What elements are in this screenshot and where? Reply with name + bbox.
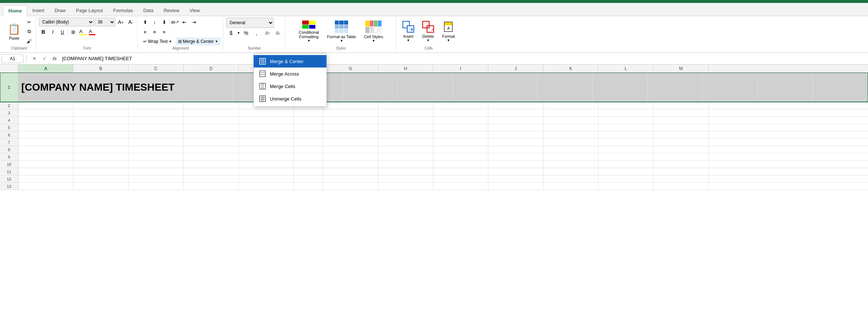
alignment-label: Alignment: [173, 45, 189, 50]
cell-h2[interactable]: [378, 102, 433, 109]
row-num-header-corner: [0, 65, 18, 72]
tab-draw[interactable]: Draw: [50, 5, 71, 16]
col-header-m[interactable]: M: [654, 65, 709, 72]
merge-center-option[interactable]: Merge & Center: [254, 55, 326, 68]
fill-color-button[interactable]: A: [78, 28, 87, 36]
align-middle-button[interactable]: ↕: [150, 18, 159, 26]
currency-button[interactable]: $: [226, 29, 236, 37]
cell-g1[interactable]: [482, 73, 538, 102]
cell-a1[interactable]: [COMPANY NAME] TIMESHEET: [18, 73, 233, 102]
align-right-button[interactable]: ≡: [160, 28, 169, 36]
wrap-text-arrow: ▼: [169, 40, 172, 43]
delete-cell-button[interactable]: - Delete ▼: [419, 19, 437, 44]
delete-label: Delete: [422, 34, 434, 39]
col-header-i[interactable]: I: [433, 65, 488, 72]
cell-d2[interactable]: [184, 102, 239, 109]
comma-button[interactable]: ,: [252, 29, 261, 37]
col-header-l[interactable]: L: [598, 65, 654, 72]
percent-button[interactable]: %: [241, 29, 251, 37]
conditional-formatting-button[interactable]: ConditionalFormatting ▼: [296, 19, 322, 44]
align-center-button[interactable]: ≡: [150, 28, 159, 36]
cell-d1[interactable]: [343, 73, 398, 102]
formula-function-button[interactable]: fx: [50, 54, 59, 63]
table-row: 10: [0, 161, 868, 168]
copy-button[interactable]: ⧉: [25, 27, 33, 36]
align-top-button[interactable]: ⬆: [141, 18, 149, 26]
tab-page-layout[interactable]: Page Layout: [71, 5, 108, 16]
cell-i1[interactable]: [593, 73, 648, 102]
shrink-font-button[interactable]: A-: [126, 18, 135, 26]
row-number-7: 7: [0, 139, 18, 146]
orientation-button[interactable]: ab↗: [170, 18, 179, 26]
table-row: 8: [0, 146, 868, 153]
cell-j1[interactable]: [648, 73, 703, 102]
align-left-button[interactable]: ≡: [141, 28, 149, 36]
cut-button[interactable]: ✂: [25, 18, 33, 26]
unmerge-cells-option[interactable]: Unmerge Cells: [254, 92, 326, 105]
grow-font-button[interactable]: A+: [116, 18, 125, 26]
cell-c2[interactable]: [129, 102, 184, 109]
number-format-select[interactable]: General: [226, 18, 274, 28]
col-header-d[interactable]: D: [184, 65, 239, 72]
cell-e1[interactable]: [398, 73, 453, 102]
insert-cell-button[interactable]: + Insert ▼: [399, 19, 417, 44]
col-header-j[interactable]: J: [488, 65, 543, 72]
tab-formulas[interactable]: Formulas: [108, 5, 138, 16]
merge-center-option-label: Merge & Center: [270, 59, 304, 64]
indent-right-button[interactable]: ⇥: [189, 18, 198, 26]
border-button[interactable]: ⊞: [69, 28, 77, 36]
cell-g2[interactable]: [323, 102, 378, 109]
cell-m2[interactable]: [654, 102, 709, 109]
col-header-k[interactable]: K: [543, 65, 598, 72]
cell-l2[interactable]: [598, 102, 654, 109]
cell-b2[interactable]: [73, 102, 129, 109]
tab-home[interactable]: Home: [3, 5, 27, 16]
cell-reference-box[interactable]: [1, 54, 23, 63]
bold-button[interactable]: B: [39, 28, 48, 36]
format-cell-button[interactable]: A Format ▼: [439, 19, 458, 44]
decimal-less-button[interactable]: .0↓: [273, 29, 283, 37]
merge-across-option[interactable]: Merge Across: [254, 68, 326, 80]
cell-k1[interactable]: [703, 73, 758, 102]
decimal-more-button[interactable]: .0↑: [263, 29, 272, 37]
tab-data[interactable]: Data: [138, 5, 158, 16]
paste-button[interactable]: 📋 Paste: [4, 18, 24, 45]
table-row: 6: [0, 131, 868, 139]
col-header-c[interactable]: C: [129, 65, 184, 72]
cell-l1[interactable]: [758, 73, 813, 102]
cell-m1[interactable]: [813, 73, 868, 102]
indent-left-button[interactable]: ⇤: [180, 18, 189, 26]
cell-f1[interactable]: [453, 73, 482, 102]
merge-cells-option[interactable]: Merge Cells: [254, 80, 326, 92]
cell-h1[interactable]: [538, 73, 593, 102]
col-header-h[interactable]: H: [378, 65, 433, 72]
insert-label: Insert: [403, 34, 413, 39]
col-header-a[interactable]: A: [18, 65, 73, 72]
cell-j2[interactable]: [488, 102, 543, 109]
tab-view[interactable]: View: [184, 5, 205, 16]
underline-button[interactable]: U: [58, 28, 67, 36]
cell-styles-button[interactable]: Cell Styles ▼: [361, 19, 386, 44]
font-family-select[interactable]: Calibri (Body): [39, 18, 94, 26]
clipboard-group: 📋 Paste ✂ ⧉ 🖌 Clipboard: [2, 18, 36, 50]
merge-center-button[interactable]: ⊞ Merge & Center ▼: [176, 37, 221, 45]
column-headers: A B C D E F G H I J K L M: [0, 65, 868, 73]
font-color-button[interactable]: A: [88, 28, 97, 36]
col-header-b[interactable]: B: [73, 65, 129, 72]
wrap-text-button[interactable]: ↵ Wrap Text ▼: [141, 37, 175, 45]
align-bottom-button[interactable]: ⬇: [160, 18, 169, 26]
format-painter-button[interactable]: 🖌: [25, 37, 33, 45]
cell-a2[interactable]: [18, 102, 73, 109]
table-row: 12: [0, 175, 868, 183]
italic-button[interactable]: I: [48, 28, 57, 36]
col-header-g[interactable]: G: [323, 65, 378, 72]
formula-confirm-button[interactable]: ✓: [40, 54, 49, 63]
format-as-table-button[interactable]: Format as Table ▼: [324, 19, 359, 44]
font-size-select[interactable]: 36: [95, 18, 115, 26]
cell-i2[interactable]: [433, 102, 488, 109]
tab-insert[interactable]: Insert: [27, 5, 50, 16]
formula-cancel-button[interactable]: ✕: [30, 54, 39, 63]
cell-k2[interactable]: [543, 102, 598, 109]
formula-input[interactable]: [61, 54, 867, 63]
tab-review[interactable]: Review: [159, 5, 185, 16]
